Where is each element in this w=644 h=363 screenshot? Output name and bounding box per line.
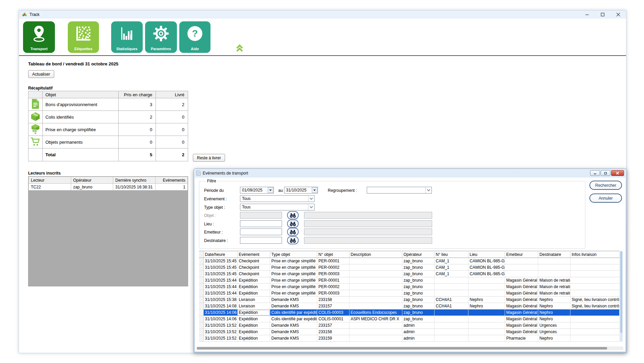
emetteur-input[interactable] [240,228,282,235]
grid-cell[interactable]: admin [402,335,434,342]
grid-cell[interactable]: Checkpoint [237,271,270,277]
grid-cell[interactable]: Expédition [237,284,270,290]
summary-header-objet[interactable]: Objet [42,91,119,98]
chevron-double-up-icon[interactable] [236,44,243,53]
grid-cell[interactable] [434,277,468,284]
grid-cell[interactable]: Prise en charge simplifié [270,290,317,297]
evenement-select[interactable]: Tous [240,195,315,202]
period-to-datepicker[interactable]: 31/10/2025 [284,187,318,194]
grid-cell[interactable] [349,277,402,284]
grid-cell[interactable] [505,271,538,277]
chevron-down-icon[interactable] [268,187,273,193]
table-row[interactable]: 31/10/2025 15:44ExpéditionPrise en charg… [199,290,619,297]
table-row[interactable]: 31/10/2025 13:52ExpéditionDemande KMS233… [199,335,619,342]
chevron-down-icon[interactable] [308,196,314,202]
type-objet-select[interactable]: Tous [240,204,315,210]
grid-cell[interactable]: 31/10/2025 15:45 [203,271,237,277]
restore-icon[interactable] [601,170,610,176]
grid-cell[interactable]: Expédition [237,277,270,284]
table-row[interactable]: 31/10/2025 14:06ExpéditionColis identifi… [199,316,619,322]
grid-cell[interactable]: Nephro [468,297,505,303]
grid-cell[interactable] [468,284,505,290]
grid-cell[interactable]: 31/10/2025 14:08 [203,303,237,309]
grid-cell[interactable]: 233159 [317,335,349,342]
grid-cell[interactable] [434,322,468,329]
grid-cell[interactable]: Prise en charge simplifié [270,284,317,290]
objet-search-button[interactable] [287,211,299,219]
grid-column-header[interactable]: N° objet [317,251,349,258]
grid-cell[interactable]: Magasin Général [505,316,538,322]
row-selector[interactable] [199,290,203,297]
grid-cell[interactable] [349,271,402,277]
grid-cell[interactable]: PER-00001 [317,258,349,264]
grid-cell[interactable]: Magasin Général [505,309,538,316]
close-icon[interactable] [611,170,624,176]
grid-cell[interactable] [434,335,468,342]
grid-cell[interactable] [468,335,505,342]
table-row[interactable]: 31/10/2025 15:44ExpéditionPrise en charg… [199,284,619,290]
grid-cell[interactable]: 31/10/2025 15:38 [203,297,237,303]
grid-cell[interactable] [538,264,570,271]
grid-cell[interactable]: zap_bruno [402,284,434,290]
readers-header-synchro[interactable]: Dernière synchro [113,177,156,184]
minimize-icon[interactable] [579,11,595,19]
grid-column-header[interactable]: Destinataire [538,251,570,258]
readers-header-evenements[interactable]: Evénements [156,177,188,184]
grid-cell[interactable]: Nephro [538,316,570,322]
grid-cell[interactable]: Magasin Général [505,322,538,329]
table-row[interactable]: 31/10/2025 14:08LivraisonDemande KMS2331… [199,303,619,309]
grid-cell[interactable] [349,284,402,290]
grid-cell[interactable]: Nephro [538,297,570,303]
grid-cell[interactable]: Magasin Général [505,284,538,290]
grid-cell[interactable]: PER-00003 [317,290,349,297]
grid-column-header[interactable]: N° lieu [434,251,468,258]
grid-column-header[interactable]: Date/heure [203,251,237,258]
grid-cell[interactable]: Checkpoint [237,258,270,264]
grid-cell[interactable]: 31/10/2025 15:44 [203,277,237,284]
lieu-search-button[interactable] [287,220,299,228]
grid-cell[interactable] [434,309,468,316]
grid-cell[interactable]: Livraison [237,303,270,309]
grid-cell[interactable]: Livraison [237,297,270,303]
emetteur-search-button[interactable] [287,228,299,236]
grid-cell[interactable] [349,258,402,264]
row-selector[interactable] [199,258,203,264]
grid-cell[interactable]: 31/10/2025 14:06 [203,309,237,316]
grid-cell[interactable] [434,284,468,290]
grid-cell[interactable]: Prise en charge simplifié [270,271,317,277]
grid-cell[interactable] [434,290,468,297]
lieu-input[interactable] [240,220,282,227]
grid-cell[interactable]: Demande KMS [270,297,317,303]
chevron-down-icon[interactable] [312,187,317,193]
grid-cell[interactable] [570,335,619,342]
grid-cell[interactable]: zap_bruno [402,316,434,322]
row-selector[interactable] [199,303,203,309]
grid-cell[interactable]: Signé, lieu livraison contrôlé [570,297,619,303]
table-row[interactable]: 31/10/2025 13:52ExpéditionDemande KMS233… [199,322,619,329]
grid-cell[interactable]: ASPI MEDICO CHIR DR X [349,316,402,322]
chevron-down-icon[interactable] [308,204,314,210]
grid-cell[interactable]: zap_bruno [402,303,434,309]
grid-cell[interactable]: 31/10/2025 15:45 [203,258,237,264]
grid-cell[interactable] [468,329,505,335]
scrollbar-thumb[interactable] [197,347,607,349]
grid-column-header[interactable]: Lieu [468,251,505,258]
grid-cell[interactable] [349,322,402,329]
grid-cell[interactable]: Urgences [538,329,570,335]
grid-cell[interactable] [570,284,619,290]
grid-cell[interactable] [349,290,402,297]
grid-cell[interactable] [468,277,505,284]
horizontal-scrollbar[interactable] [196,346,623,350]
grid-cell[interactable]: Magasin Général [505,297,538,303]
destinataire-input[interactable] [240,237,282,244]
grid-cell[interactable] [505,258,538,264]
destinataire-search-button[interactable] [287,236,299,244]
grid-cell[interactable] [468,322,505,329]
grid-cell[interactable] [434,329,468,335]
grid-cell[interactable]: PER-00003 [317,271,349,277]
grid-column-header[interactable]: Infos livraison [570,251,619,258]
summary-header-taken[interactable]: Pris en charge [119,91,156,98]
grid-cell[interactable]: Expédition [237,309,270,316]
grid-cell[interactable]: Maison de retraite [538,284,570,290]
grid-cell[interactable]: Ecouvillons Endocscopes [349,309,402,316]
